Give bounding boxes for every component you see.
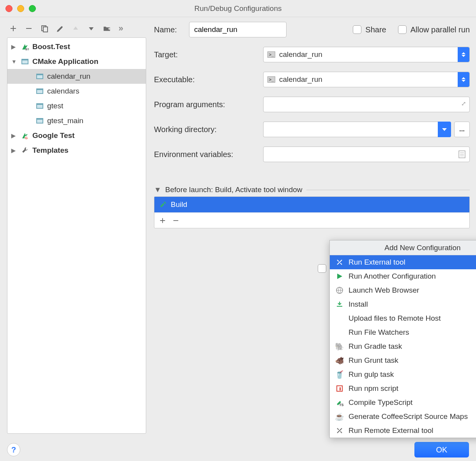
popup-item-run-another[interactable]: Run Another Configuration [330,269,476,283]
svg-rect-0 [26,28,32,29]
add-config-popup: Add New Configuration Run External tool … [329,240,476,438]
svg-rect-4 [109,28,110,30]
chevron-updown-icon[interactable] [458,72,469,87]
svg-rect-2 [43,27,48,32]
boost-icon: BT [21,43,29,51]
move-up-icon [72,25,80,32]
tree-item-gtest[interactable]: gtest [7,99,146,113]
executable-icon: >_ [267,76,275,83]
executable-label: Executable: [154,75,263,84]
gulp-icon: 🥤 [335,370,344,379]
list-icon[interactable] [458,150,465,158]
wd-input[interactable] [263,122,438,137]
hammer-icon [159,201,167,208]
args-input[interactable]: ⤢ [263,97,470,112]
copy-config-icon[interactable] [41,25,48,32]
dialog-footer: ? OK [0,438,476,461]
move-down-icon[interactable] [87,25,95,32]
before-launch-list: Build [154,196,470,228]
expand-icon[interactable]: ▶ [11,147,18,154]
coffee-icon: ☕ [335,412,344,421]
popup-item-remote-tool[interactable]: Run Remote External tool [330,424,476,438]
tools-icon [335,258,344,266]
add-config-icon[interactable] [9,25,17,32]
tree-toolbar: » [7,22,146,35]
help-button[interactable]: ? [7,443,20,456]
wrench-icon [21,147,29,154]
svg-rect-15 [340,387,341,390]
remove-config-icon[interactable] [25,25,33,32]
popup-item-install[interactable]: Install [330,297,476,311]
edit-defaults-icon[interactable] [56,25,64,32]
target-label: Target: [154,50,263,59]
app-icon [35,88,44,94]
globe-icon [335,287,344,294]
window-title: Run/Debug Configurations [0,4,476,13]
target-combo[interactable]: >_ calendar_run [263,47,470,62]
tree-node-templates[interactable]: ▶ Templates [7,143,146,158]
chevron-updown-icon[interactable] [458,47,469,62]
popup-item-coffeescript[interactable]: ☕ Generate CoffeeScript Source Maps [330,410,476,424]
app-icon [35,74,44,79]
popup-item-npm[interactable]: Run npm script [330,382,476,396]
tree-node-google-test[interactable]: ▶ G Google Test [7,128,146,143]
app-icon [35,103,44,109]
ok-button[interactable]: OK [414,442,469,457]
grunt-icon: 🐗 [335,356,344,365]
popup-item-gradle[interactable]: 🐘 Run Gradle task [330,339,476,353]
npm-icon [335,385,344,392]
play-icon [335,273,344,280]
popup-item-upload-remote[interactable]: Upload files to Remote Host [330,311,476,325]
before-launch-header[interactable]: ▼ Before launch: Build, Activate tool wi… [154,185,470,194]
env-input[interactable] [263,147,470,162]
svg-text:G: G [25,136,28,140]
popup-item-run-external-tool[interactable]: Run External tool [330,255,476,269]
popup-title: Add New Configuration [330,240,476,255]
show-checkbox[interactable] [318,264,326,273]
gtest-icon: G [21,132,29,140]
expand-icon[interactable]: ▶ [11,44,18,50]
config-tree[interactable]: ▶ BT Boost.Test ▼ CMake Application cale… [7,37,146,434]
browse-button[interactable]: ... [454,122,470,137]
share-checkbox[interactable]: Share [353,25,386,34]
env-label: Environment variables: [154,150,263,159]
titlebar: Run/Debug Configurations [0,0,476,17]
app-icon [35,118,44,124]
popup-item-file-watchers[interactable]: Run File Watchers [330,325,476,339]
svg-text:TS: TS [339,403,343,406]
args-label: Program arguments: [154,100,263,109]
before-launch-toolbar [154,212,469,228]
tree-node-cmake[interactable]: ▼ CMake Application [7,54,146,69]
install-icon [335,301,344,308]
collapse-icon[interactable]: ▼ [11,58,18,65]
target-icon: >_ [267,51,275,58]
tree-node-boost[interactable]: ▶ BT Boost.Test [7,39,146,54]
tree-item-calendar-run[interactable]: calendar_run [7,69,146,84]
popup-item-launch-browser[interactable]: Launch Web Browser [330,283,476,297]
name-label: Name: [154,25,189,34]
remove-task-icon[interactable] [172,217,179,224]
more-icon[interactable]: » [119,23,123,34]
name-input[interactable] [189,22,287,37]
expand-icon[interactable]: ⤢ [461,100,466,107]
popup-item-grunt[interactable]: 🐗 Run Grunt task [330,353,476,367]
ts-icon: TS [335,399,344,406]
folder-icon[interactable] [103,25,111,32]
collapse-icon[interactable]: ▼ [154,185,161,194]
before-launch-item[interactable]: Build [154,197,469,212]
app-icon [21,59,29,64]
svg-text:BT: BT [25,48,29,51]
popup-item-typescript[interactable]: TS Compile TypeScript [330,396,476,410]
tree-item-calendars[interactable]: calendars [7,84,146,99]
remote-tools-icon [335,427,344,435]
chevron-down-icon[interactable] [438,122,451,137]
parallel-checkbox[interactable]: Allow parallel run [398,25,470,34]
executable-combo[interactable]: >_ calendar_run [263,72,470,87]
wd-label: Working directory: [154,125,263,134]
gradle-icon: 🐘 [335,342,344,351]
svg-rect-12 [173,220,179,221]
popup-item-gulp[interactable]: 🥤 Run gulp task [330,367,476,382]
tree-item-gtest-main[interactable]: gtest_main [7,113,146,128]
add-task-icon[interactable] [159,217,166,224]
expand-icon[interactable]: ▶ [11,132,18,139]
